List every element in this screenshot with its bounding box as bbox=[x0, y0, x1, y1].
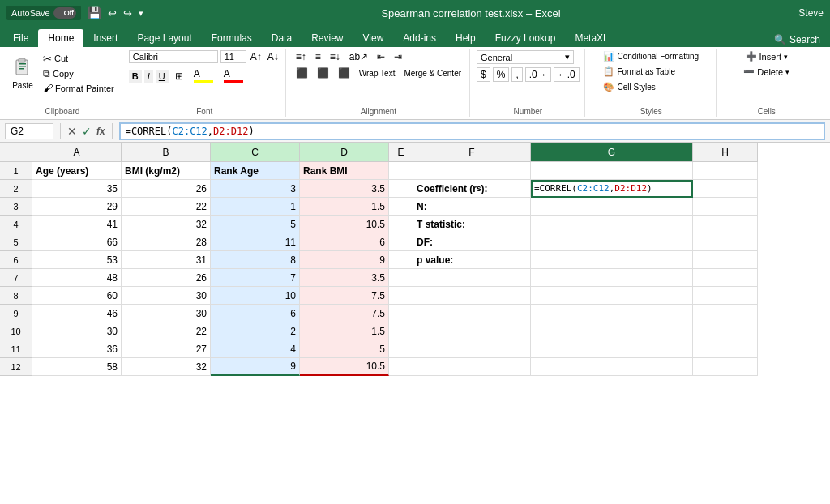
align-top-icon[interactable]: ≡↑ bbox=[293, 50, 310, 63]
tab-formulas[interactable]: Formulas bbox=[202, 29, 262, 47]
col-header-a[interactable]: A bbox=[32, 143, 122, 162]
cell-f11[interactable] bbox=[413, 340, 531, 358]
tab-file[interactable]: File bbox=[3, 29, 38, 47]
cell-a11[interactable]: 36 bbox=[32, 340, 122, 358]
cell-e8[interactable] bbox=[389, 287, 413, 305]
col-header-c[interactable]: C bbox=[211, 143, 300, 162]
cell-h10[interactable] bbox=[693, 322, 758, 340]
cell-e11[interactable] bbox=[389, 340, 413, 358]
font-name-selector[interactable]: Calibri bbox=[129, 50, 218, 63]
tab-metaxl[interactable]: MetaXL bbox=[565, 29, 618, 47]
tab-review[interactable]: Review bbox=[302, 29, 353, 47]
comma-icon[interactable]: , bbox=[511, 67, 522, 82]
cell-d9[interactable]: 7.5 bbox=[300, 305, 389, 322]
cell-e6[interactable] bbox=[389, 251, 413, 269]
cell-c2[interactable]: 3 bbox=[211, 180, 300, 198]
cell-b6[interactable]: 31 bbox=[122, 251, 211, 269]
tab-addins[interactable]: Add-ins bbox=[393, 29, 446, 47]
cell-g6[interactable] bbox=[531, 251, 693, 269]
align-center-icon[interactable]: ⬛ bbox=[314, 66, 332, 79]
cell-c11[interactable]: 4 bbox=[211, 340, 300, 358]
cell-h4[interactable] bbox=[693, 216, 758, 233]
align-right-icon[interactable]: ⬛ bbox=[335, 66, 353, 79]
undo-icon[interactable]: ↩ bbox=[108, 7, 117, 19]
cell-d8[interactable]: 7.5 bbox=[300, 287, 389, 305]
cell-styles-button[interactable]: 🎨 Cell Styles bbox=[601, 81, 657, 93]
row-num-3[interactable]: 3 bbox=[0, 198, 32, 216]
cell-h2[interactable] bbox=[693, 180, 758, 198]
cell-a7[interactable]: 48 bbox=[32, 269, 122, 287]
cell-e10[interactable] bbox=[389, 322, 413, 340]
bold-button[interactable]: B bbox=[129, 70, 142, 83]
insert-button[interactable]: ➕ Insert ▾ bbox=[743, 50, 791, 62]
cell-a3[interactable]: 29 bbox=[32, 198, 122, 216]
col-header-f[interactable]: F bbox=[413, 143, 531, 162]
col-header-h[interactable]: H bbox=[693, 143, 758, 162]
cell-c9[interactable]: 6 bbox=[211, 305, 300, 322]
row-num-8[interactable]: 8 bbox=[0, 287, 32, 305]
font-size-down-icon[interactable]: A↓ bbox=[266, 50, 280, 63]
cell-f9[interactable] bbox=[413, 305, 531, 322]
cell-e9[interactable] bbox=[389, 305, 413, 322]
tab-data[interactable]: Data bbox=[262, 29, 302, 47]
cell-a5[interactable]: 66 bbox=[32, 233, 122, 251]
autosave-switch[interactable]: Off bbox=[53, 7, 76, 19]
row-num-12[interactable]: 12 bbox=[0, 358, 32, 376]
percent-icon[interactable]: % bbox=[493, 67, 510, 82]
cell-b8[interactable]: 30 bbox=[122, 287, 211, 305]
cell-f1[interactable] bbox=[413, 162, 531, 180]
cell-g5[interactable] bbox=[531, 233, 693, 251]
formula-input[interactable]: =CORREL(C2:C12, D2:D12) bbox=[119, 122, 825, 140]
cell-f3[interactable]: N: bbox=[413, 198, 531, 216]
cell-d10[interactable]: 1.5 bbox=[300, 322, 389, 340]
cell-a12[interactable]: 58 bbox=[32, 358, 122, 376]
delete-button[interactable]: ➖ Delete ▾ bbox=[741, 66, 792, 78]
cell-g12[interactable] bbox=[531, 358, 693, 376]
cell-f7[interactable] bbox=[413, 269, 531, 287]
cell-h11[interactable] bbox=[693, 340, 758, 358]
cell-c3[interactable]: 1 bbox=[211, 198, 300, 216]
decimal-increase-icon[interactable]: .0→ bbox=[525, 67, 551, 82]
cell-f6[interactable]: p value: bbox=[413, 251, 531, 269]
align-bottom-icon[interactable]: ≡↓ bbox=[327, 50, 344, 63]
paste-button[interactable]: Paste bbox=[8, 50, 37, 96]
cell-c8[interactable]: 10 bbox=[211, 287, 300, 305]
row-num-9[interactable]: 9 bbox=[0, 305, 32, 322]
cell-a2[interactable]: 35 bbox=[32, 180, 122, 198]
cell-g1[interactable] bbox=[531, 162, 693, 180]
row-num-2[interactable]: 2 bbox=[0, 180, 32, 198]
cell-g9[interactable] bbox=[531, 305, 693, 322]
cell-f5[interactable]: DF: bbox=[413, 233, 531, 251]
tab-page-layout[interactable]: Page Layout bbox=[127, 29, 201, 47]
search-label[interactable]: Search bbox=[789, 34, 820, 45]
cell-a8[interactable]: 60 bbox=[32, 287, 122, 305]
cut-button[interactable]: ✂ Cut bbox=[41, 52, 117, 66]
cell-f10[interactable] bbox=[413, 322, 531, 340]
cancel-formula-icon[interactable]: ✕ bbox=[67, 125, 77, 138]
confirm-formula-icon[interactable]: ✓ bbox=[82, 125, 92, 138]
cell-b1[interactable]: BMI (kg/m2) bbox=[122, 162, 211, 180]
font-size-selector[interactable]: 11 bbox=[220, 50, 246, 63]
merge-center-button[interactable]: Merge & Center bbox=[400, 68, 464, 79]
align-middle-icon[interactable]: ≡ bbox=[312, 50, 324, 63]
cell-h3[interactable] bbox=[693, 198, 758, 216]
cell-f12[interactable] bbox=[413, 358, 531, 376]
cell-h8[interactable] bbox=[693, 287, 758, 305]
cell-e12[interactable] bbox=[389, 358, 413, 376]
tab-help[interactable]: Help bbox=[446, 29, 486, 47]
cell-g3[interactable] bbox=[531, 198, 693, 216]
cell-f2[interactable]: Coefficient (rs): bbox=[413, 180, 531, 198]
cell-h6[interactable] bbox=[693, 251, 758, 269]
row-num-10[interactable]: 10 bbox=[0, 322, 32, 340]
fill-color-button[interactable]: A bbox=[190, 66, 217, 85]
indent-increase-icon[interactable]: ⇥ bbox=[391, 50, 405, 63]
wrap-text-button[interactable]: Wrap Text bbox=[356, 68, 399, 79]
col-header-e[interactable]: E bbox=[389, 143, 413, 162]
cell-e2[interactable] bbox=[389, 180, 413, 198]
tab-home[interactable]: Home bbox=[38, 29, 83, 47]
format-painter-button[interactable]: 🖌 Format Painter bbox=[41, 82, 117, 95]
copy-button[interactable]: ⧉ Copy bbox=[41, 67, 117, 80]
italic-button[interactable]: I bbox=[144, 70, 153, 83]
cell-b12[interactable]: 32 bbox=[122, 358, 211, 376]
cell-e3[interactable] bbox=[389, 198, 413, 216]
